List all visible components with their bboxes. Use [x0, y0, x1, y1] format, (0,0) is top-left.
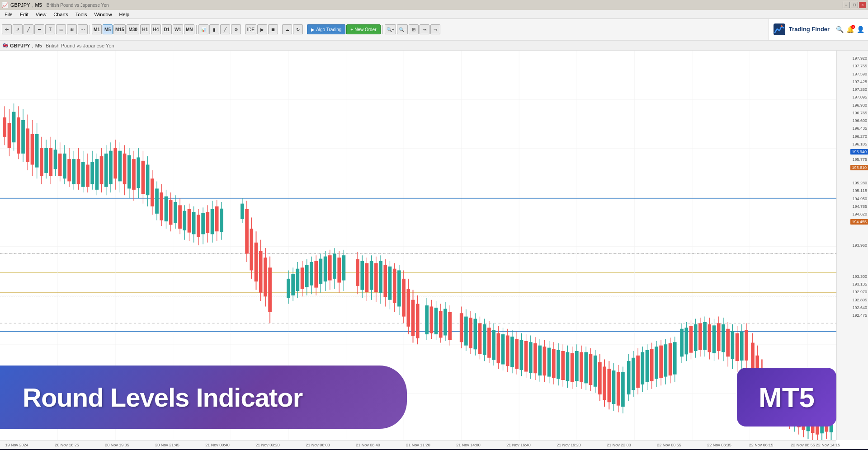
price-195610-orange: 195.610: [850, 165, 868, 170]
maximize-button[interactable]: □: [851, 2, 858, 8]
svg-rect-196: [430, 306, 434, 333]
menu-charts[interactable]: Charts: [50, 11, 71, 18]
menu-view[interactable]: View: [32, 11, 50, 18]
tf-m15[interactable]: M15: [113, 24, 126, 34]
menu-edit[interactable]: Edit: [16, 11, 32, 18]
tf-h4[interactable]: H4: [151, 24, 161, 34]
tf-m1[interactable]: M1: [92, 24, 102, 34]
menu-file[interactable]: File: [1, 11, 16, 18]
svg-rect-78: [113, 148, 117, 179]
tf-m30[interactable]: M30: [127, 24, 139, 34]
sep3: [243, 25, 243, 34]
cloud-button[interactable]: ☁: [282, 24, 292, 34]
time-21nov2200: 21 Nov 22:00: [607, 443, 631, 447]
svg-rect-90: [142, 161, 145, 194]
time-19nov: 19 Nov 2024: [5, 443, 28, 447]
time-21nov1120: 21 Nov 11:20: [406, 443, 430, 447]
line-tool[interactable]: ╱: [24, 24, 33, 34]
svg-rect-108: [183, 211, 186, 230]
compile-button[interactable]: ▶: [257, 24, 267, 34]
close-button[interactable]: ×: [859, 2, 866, 8]
svg-rect-144: [296, 269, 300, 291]
chart-type-line[interactable]: ╱: [220, 24, 230, 34]
svg-rect-58: [67, 159, 71, 181]
sep6: [382, 25, 383, 34]
tf-d1[interactable]: D1: [162, 24, 172, 34]
time-22nov0335: 22 Nov 03:35: [707, 443, 731, 447]
svg-rect-116: [201, 213, 205, 234]
svg-rect-68: [90, 162, 94, 184]
svg-rect-122: [215, 206, 219, 231]
svg-rect-54: [58, 154, 62, 176]
svg-rect-316: [717, 323, 721, 351]
trading-finder-text: Trading Finder: [789, 26, 830, 33]
title-bar-desc: British Pound vs Japanese Yen: [47, 3, 109, 8]
svg-rect-306: [694, 324, 698, 351]
price-192475: 192.475: [852, 313, 867, 318]
price-196435: 196.435: [852, 126, 867, 131]
tf-w1[interactable]: W1: [173, 24, 183, 34]
time-21nov1920: 21 Nov 19:20: [557, 443, 581, 447]
svg-rect-190: [411, 300, 415, 336]
chart-settings[interactable]: ⚙: [231, 24, 241, 34]
overlay-banner: Round Levels Indicator MT5: [0, 361, 868, 433]
new-order-button[interactable]: +New Order: [346, 24, 380, 34]
app-icon: 📈: [2, 2, 9, 8]
grid-button[interactable]: ⊞: [409, 24, 419, 34]
svg-rect-326: [740, 332, 744, 361]
time-scale: 19 Nov 2024 20 Nov 16:25 20 Nov 19:05 20…: [0, 440, 836, 449]
search-icon[interactable]: 🔍: [836, 26, 844, 33]
svg-rect-206: [460, 313, 463, 342]
minimize-button[interactable]: −: [843, 2, 850, 8]
chart-container: 🇬🇧 GBPJPY , M5 British Pound vs Japanese…: [0, 41, 868, 449]
svg-rect-182: [393, 269, 396, 303]
title-bar: 📈 GBPJPY , M5 British Pound vs Japanese …: [0, 0, 868, 10]
time-21nov0600: 21 Nov 06:00: [306, 443, 330, 447]
banner-platform-label: MT5: [759, 381, 815, 413]
svg-rect-76: [109, 151, 113, 184]
menu-window[interactable]: Window: [90, 11, 115, 18]
svg-rect-310: [703, 322, 707, 350]
menu-help[interactable]: Help: [116, 11, 133, 18]
shapes-tool[interactable]: ▭: [56, 24, 66, 34]
tf-mn[interactable]: MN: [184, 24, 195, 34]
text-tool[interactable]: T: [45, 24, 55, 34]
fibonacci-tool[interactable]: ≋: [67, 24, 77, 34]
tf-m5[interactable]: M5: [103, 24, 113, 34]
zoom-in-button[interactable]: 🔍+: [385, 24, 396, 34]
crosshair-tool[interactable]: ✛: [2, 24, 12, 34]
time-20nov1905: 20 Nov 19:05: [105, 443, 129, 447]
svg-rect-312: [708, 324, 711, 352]
ide-button[interactable]: IDE: [245, 24, 256, 34]
account-icon[interactable]: 👤: [857, 26, 864, 33]
chart-header: 🇬🇧 GBPJPY , M5 British Pound vs Japanese…: [0, 41, 868, 51]
svg-rect-218: [487, 328, 491, 357]
sep1: [90, 25, 90, 34]
svg-rect-52: [54, 150, 57, 169]
stop-button[interactable]: ⏹: [268, 24, 278, 34]
chart-type-candle[interactable]: ▮: [209, 24, 219, 34]
algo-trading-button[interactable]: ▶Algo Trading: [307, 24, 345, 34]
svg-rect-204: [448, 312, 452, 340]
autoscroll-button[interactable]: ⇥: [420, 24, 429, 34]
tf-h1[interactable]: H1: [140, 24, 150, 34]
svg-rect-328: [745, 330, 748, 361]
scroll-right[interactable]: ⇒: [430, 24, 440, 34]
svg-rect-224: [501, 334, 505, 364]
svg-rect-170: [365, 263, 369, 292]
more-tools[interactable]: ⋯: [78, 24, 88, 34]
svg-rect-112: [192, 212, 196, 234]
notification-icon[interactable]: 🔔1: [846, 26, 854, 33]
top-area: ✛ ↗ ╱ ━ T ▭ ≋ ⋯ M1 M5 M15 M30 H1 H4 D1 W…: [0, 19, 868, 41]
hline-tool[interactable]: ━: [34, 24, 44, 34]
svg-rect-30: [3, 117, 6, 137]
svg-rect-114: [197, 215, 200, 237]
arrow-tool[interactable]: ↗: [13, 24, 23, 34]
zoom-out-button[interactable]: 🔍-: [397, 24, 407, 34]
svg-rect-156: [324, 257, 327, 281]
svg-rect-118: [206, 212, 209, 233]
chart-type-bar[interactable]: 📊: [198, 24, 208, 34]
svg-rect-40: [26, 128, 29, 162]
refresh-button[interactable]: ↻: [293, 24, 303, 34]
menu-tools[interactable]: Tools: [72, 11, 91, 18]
